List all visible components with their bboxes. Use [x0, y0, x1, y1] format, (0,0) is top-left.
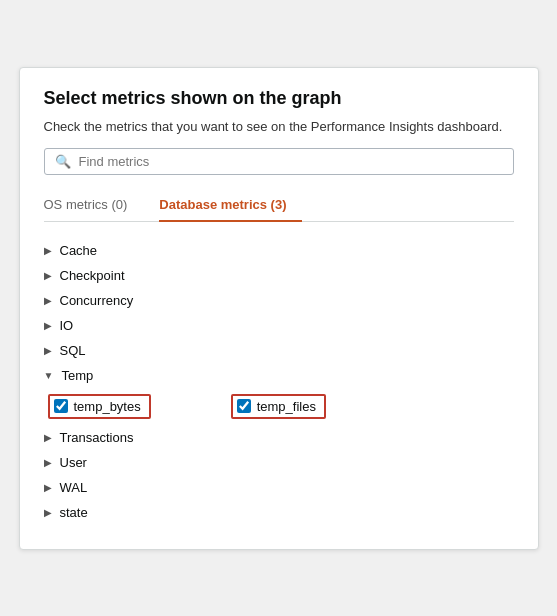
- metrics-list: ▶ Cache ▶ Checkpoint ▶ Concurrency ▶ IO …: [44, 238, 514, 525]
- metric-item-transactions[interactable]: ▶ Transactions: [44, 425, 514, 450]
- panel-subtitle: Check the metrics that you want to see o…: [44, 119, 514, 134]
- tab-os[interactable]: OS metrics (0): [44, 189, 144, 222]
- search-input[interactable]: [79, 154, 503, 169]
- checkbox-item-temp-files: temp_files: [231, 394, 326, 419]
- expand-arrow-cache: ▶: [44, 245, 52, 256]
- expand-arrow-user: ▶: [44, 457, 52, 468]
- tab-database[interactable]: Database metrics (3): [159, 189, 302, 222]
- checkbox-item-temp-bytes: temp_bytes: [48, 394, 151, 419]
- metric-item-cache[interactable]: ▶ Cache: [44, 238, 514, 263]
- expand-arrow-transactions: ▶: [44, 432, 52, 443]
- temp-children-row: temp_bytes temp_files: [44, 388, 514, 425]
- tabs-container: OS metrics (0) Database metrics (3): [44, 189, 514, 222]
- expand-arrow-concurrency: ▶: [44, 295, 52, 306]
- metric-item-temp[interactable]: ▼ Temp: [44, 363, 514, 388]
- expand-arrow-io: ▶: [44, 320, 52, 331]
- metric-item-concurrency[interactable]: ▶ Concurrency: [44, 288, 514, 313]
- metric-item-user[interactable]: ▶ User: [44, 450, 514, 475]
- expand-arrow-sql: ▶: [44, 345, 52, 356]
- expand-arrow-checkpoint: ▶: [44, 270, 52, 281]
- checkbox-row: temp_bytes temp_files: [48, 388, 514, 425]
- metric-item-state[interactable]: ▶ state: [44, 500, 514, 525]
- metric-item-wal[interactable]: ▶ WAL: [44, 475, 514, 500]
- checkbox-temp-files[interactable]: [237, 399, 251, 413]
- metric-item-sql[interactable]: ▶ SQL: [44, 338, 514, 363]
- expand-arrow-temp: ▼: [44, 370, 54, 381]
- metric-item-checkpoint[interactable]: ▶ Checkpoint: [44, 263, 514, 288]
- search-icon: 🔍: [55, 154, 71, 169]
- checkbox-temp-bytes[interactable]: [54, 399, 68, 413]
- search-bar: 🔍: [44, 148, 514, 175]
- panel-title: Select metrics shown on the graph: [44, 88, 514, 109]
- expand-arrow-wal: ▶: [44, 482, 52, 493]
- select-metrics-panel: Select metrics shown on the graph Check …: [19, 67, 539, 550]
- expand-arrow-state: ▶: [44, 507, 52, 518]
- metric-item-io[interactable]: ▶ IO: [44, 313, 514, 338]
